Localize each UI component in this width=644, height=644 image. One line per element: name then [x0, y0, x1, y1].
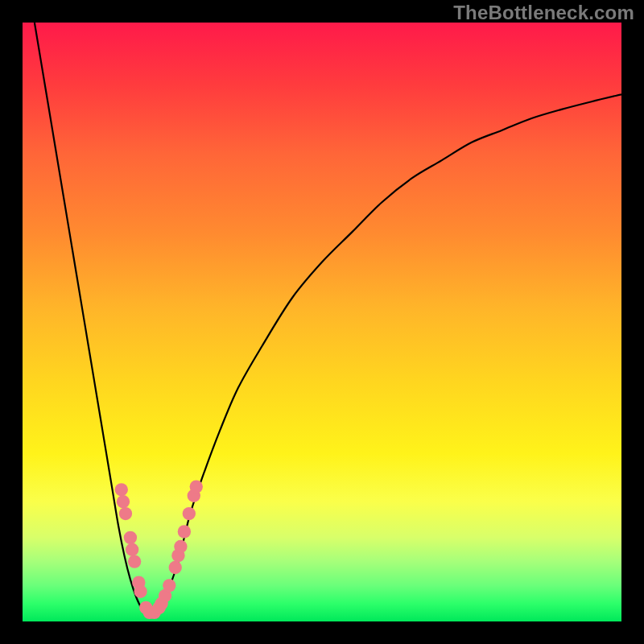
data-marker	[169, 561, 182, 574]
chart-svg	[23, 23, 621, 621]
data-marker	[119, 507, 132, 520]
data-marker	[183, 507, 196, 520]
data-marker	[174, 540, 187, 553]
data-marker	[178, 525, 191, 538]
data-marker	[134, 585, 147, 598]
data-marker	[115, 483, 128, 496]
plot-area	[23, 23, 621, 621]
chart-frame: TheBottleneck.com	[0, 0, 644, 644]
data-marker	[124, 531, 137, 544]
data-marker	[126, 543, 138, 556]
data-marker	[117, 495, 130, 508]
data-marker	[163, 579, 175, 592]
data-marker	[128, 555, 141, 568]
bottleneck-curve	[35, 23, 621, 616]
data-marker	[190, 480, 203, 493]
watermark-text: TheBottleneck.com	[453, 2, 634, 24]
data-markers	[115, 480, 203, 619]
